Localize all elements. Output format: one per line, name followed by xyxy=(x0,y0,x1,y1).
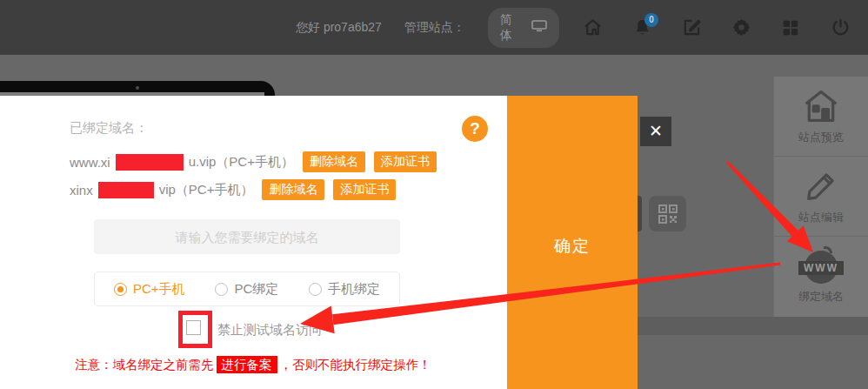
radio-mobile-bind[interactable]: 手机绑定 xyxy=(309,281,380,298)
radio-pc-and-mobile[interactable]: PC+手机 xyxy=(114,281,185,298)
domain-text-suffix: vip（PC+手机） xyxy=(159,182,254,198)
right-toolbar: 站点预览 站点编辑 WWW 绑定域名 xyxy=(773,77,868,317)
close-icon[interactable]: ✕ xyxy=(640,117,671,146)
add-certificate-button[interactable]: 添加证书 xyxy=(333,179,396,200)
confirm-button-label: 确定 xyxy=(507,235,638,258)
sidebar-item-site-edit[interactable]: 站点编辑 xyxy=(774,157,868,237)
forbid-test-domain-checkbox[interactable] xyxy=(186,320,201,335)
filing-link-badge[interactable]: 进行备案 xyxy=(217,356,277,373)
manage-site-label: 管理站点： xyxy=(404,20,465,36)
language-label: 简体 xyxy=(500,12,524,44)
bind-domain-dialog: 已绑定域名： www.xiu.vip（PC+手机） 删除域名 添加证书 xinx… xyxy=(0,96,507,389)
add-certificate-button[interactable]: 添加证书 xyxy=(374,151,437,172)
www-icon-text: WWW xyxy=(798,261,844,275)
delete-domain-button[interactable]: 删除域名 xyxy=(262,179,324,200)
confirm-button[interactable]: 确定 xyxy=(507,96,638,389)
hidden-toolbar-button xyxy=(638,196,642,231)
www-globe-icon: WWW xyxy=(801,249,841,284)
bound-domain-row: www.xiu.vip（PC+手机） 删除域名 添加证书 xyxy=(70,151,437,172)
delete-domain-button[interactable]: 删除域名 xyxy=(303,151,365,172)
house-icon xyxy=(802,88,840,124)
home-icon[interactable] xyxy=(582,17,603,38)
domain-text-prefix: www.xi xyxy=(70,155,110,170)
sidebar-item-site-preview[interactable]: 站点预览 xyxy=(774,77,868,157)
apps-grid-icon[interactable] xyxy=(780,17,801,38)
user-greeting: 您好 pro7a6b27 xyxy=(296,20,382,36)
notifications-bell-icon[interactable]: 0 xyxy=(631,17,652,38)
sidebar-item-label: 站点编辑 xyxy=(798,210,844,225)
forbid-test-domain-label: 禁止测试域名访问 xyxy=(217,322,322,339)
help-question-icon[interactable]: ? xyxy=(462,116,488,142)
filing-warning-note: 注意：域名绑定之前需先进行备案，否则不能执行绑定操作！ xyxy=(75,357,449,373)
redaction-box xyxy=(98,182,154,198)
radio-label: 手机绑定 xyxy=(328,281,380,298)
language-switcher[interactable]: 简体 xyxy=(488,8,559,48)
radio-dot xyxy=(114,283,127,296)
redaction-box xyxy=(116,154,184,171)
power-logout-icon[interactable] xyxy=(830,17,851,38)
edit-compose-icon[interactable] xyxy=(681,17,702,38)
pencil-icon xyxy=(803,168,839,205)
domain-input[interactable] xyxy=(94,219,400,254)
app-window: 您好 pro7a6b27 管理站点： 简体 0 xyxy=(0,0,868,389)
bound-domain-row: xinxvip（PC+手机） 删除域名 添加证书 xyxy=(70,179,396,200)
radio-pc-bind[interactable]: PC绑定 xyxy=(215,281,278,298)
note-pre-text: 注意：域名绑定之前需先 xyxy=(75,358,214,372)
qr-code-button[interactable] xyxy=(649,196,686,231)
radio-label: PC绑定 xyxy=(234,281,278,298)
domain-text-prefix: xinx xyxy=(70,183,93,198)
notification-count-badge: 0 xyxy=(644,13,658,27)
camera-dot xyxy=(136,86,139,90)
domain-text-suffix: u.vip（PC+手机） xyxy=(189,154,294,171)
dimmed-section-band xyxy=(638,317,868,335)
monitor-icon xyxy=(531,20,547,35)
note-post-text: ，否则不能执行绑定操作！ xyxy=(280,358,431,372)
bind-mode-radio-group: PC+手机 PC绑定 手机绑定 xyxy=(94,272,400,306)
sidebar-item-bind-domain[interactable]: WWW 绑定域名 xyxy=(774,237,868,317)
radio-dot xyxy=(309,283,322,296)
sidebar-item-label: 站点预览 xyxy=(798,130,844,145)
settings-gear-icon[interactable] xyxy=(731,17,751,38)
sidebar-item-label: 绑定域名 xyxy=(798,289,844,305)
top-header: 您好 pro7a6b27 管理站点： 简体 0 xyxy=(0,0,868,55)
qr-code-icon xyxy=(658,205,678,224)
bound-domains-label: 已绑定域名： xyxy=(70,120,148,137)
radio-label: PC+手机 xyxy=(133,281,185,298)
radio-dot xyxy=(215,283,228,296)
